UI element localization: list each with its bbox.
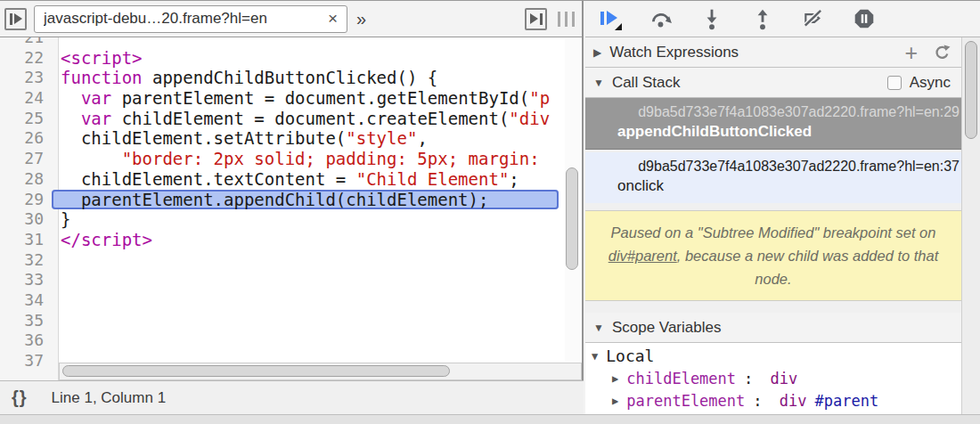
call-stack-frames: d9ba5d733e7f4a1083e307ad2220.frame?hl=en… [585,98,961,203]
chevron-right-icon[interactable]: ▶ [593,46,601,59]
chevron-right-icon[interactable]: ▶ [612,372,618,385]
tab-close-icon[interactable]: × [321,9,338,29]
execution-line[interactable]: parentElement.appendChild(childElement); [52,190,559,210]
scope-variable-row[interactable]: ▶parentElement: div#parent [585,389,961,412]
editor-vertical-scrollbar[interactable] [565,39,580,361]
code-line[interactable]: </script> [52,230,559,250]
sources-panel: javascript-debu…20.frame?hl=en × » 2122<… [0,1,584,414]
resume-button[interactable] [599,7,622,30]
step-over-button[interactable] [649,7,673,30]
deactivate-breakpoints-icon [802,7,825,30]
code-line[interactable] [52,311,559,331]
chevron-right-icon[interactable]: ▶ [612,395,618,407]
step-into-button[interactable] [700,7,723,30]
tabbar-right-controls [525,8,575,30]
code-line[interactable]: "border: 2px solid; padding: 5px; margin… [52,149,559,169]
splitter-drag-handle-icon[interactable] [558,12,575,27]
line-number[interactable]: 35 [0,311,52,331]
line-number[interactable]: 34 [0,290,52,311]
editor-row: 24 var parentElement = document.getEleme… [0,88,582,109]
deactivate-breakpoints-button[interactable] [802,7,825,30]
editor-row: 33 [0,270,582,290]
resume-dropdown-corner-icon [615,23,622,30]
code-line[interactable]: childElement.setAttribute("style", [52,128,559,149]
async-checkbox[interactable] [887,76,902,90]
line-number[interactable]: 22 [0,48,52,69]
line-number[interactable]: 21 [0,37,52,48]
code-line[interactable]: childElement.textContent = "Child Elemen… [52,169,559,190]
line-number[interactable]: 33 [0,270,52,290]
frame-url: d9ba5d733e7f4a1083e307ad2220.frame?hl=en… [585,159,961,175]
line-number[interactable]: 23 [0,68,52,88]
line-number[interactable]: 26 [0,128,52,149]
paused-message-text-after: , because a new child was added to that … [677,248,939,287]
sidebar-scrollbar[interactable] [961,37,980,414]
scope-section-row[interactable]: ▼Local [585,345,961,367]
pause-on-exceptions-button[interactable] [853,7,876,30]
editor-row: 28 childElement.textContent = "Child Ele… [0,169,582,190]
frame-url: d9ba5d733e7f4a1083e307ad2220.frame?hl=en… [585,104,961,120]
debugger-toolbar [585,1,980,37]
editor-row: 23function appendChildButtonClicked() { [0,68,582,88]
code-line[interactable]: var childElement = document.createElemen… [52,109,559,129]
scope-variable-row[interactable]: ▶childElement: div [585,367,961,389]
scope-section-label: Local [606,347,654,365]
variable-value: div [780,392,807,410]
editor-row: 35 [0,311,582,331]
line-number[interactable]: 36 [0,330,52,351]
source-file-tab[interactable]: javascript-debu…20.frame?hl=en × [34,5,347,33]
editor-row: 30} [0,209,582,230]
editor-horizontal-scrollbar-thumb[interactable] [62,365,450,377]
line-number[interactable]: 27 [0,149,52,169]
code-line[interactable] [52,290,559,311]
code-line[interactable] [52,330,559,351]
editor-vertical-scrollbar-thumb[interactable] [566,167,578,270]
step-out-button[interactable] [751,7,774,30]
scope-variables-title: Scope Variables [612,319,722,337]
sidebar-scrollbar-thumb[interactable] [965,41,977,139]
add-watch-icon[interactable]: + [904,44,918,61]
code-editor[interactable]: 2122<script>23function appendChildButton… [0,37,582,380]
tab-overflow-icon[interactable]: » [355,9,366,29]
editor-horizontal-scrollbar[interactable] [59,363,582,380]
line-number[interactable]: 25 [0,109,52,129]
line-number[interactable]: 30 [0,209,52,230]
line-number[interactable]: 32 [0,250,52,271]
paused-message-node-link[interactable]: div#parent [608,248,677,264]
editor-row: 36 [0,330,582,351]
code-line[interactable]: <script> [52,48,559,69]
window-bottom-edge [0,414,980,424]
line-number[interactable]: 28 [0,169,52,190]
line-number[interactable]: 24 [0,88,52,109]
line-number[interactable]: 29 [0,190,52,210]
watch-expressions-title: Watch Expressions [609,44,739,61]
step-into-icon [700,7,723,30]
code-line[interactable]: var parentElement = document.getElementB… [52,88,559,109]
chevron-down-icon[interactable]: ▼ [592,350,598,363]
paused-message: Paused on a "Subtree Modified" breakpoin… [585,210,961,301]
code-line[interactable] [52,250,559,271]
async-label: Async [910,74,951,92]
sidebar-bar-glyph [540,13,543,25]
line-number[interactable]: 31 [0,230,52,250]
code-line[interactable]: } [52,209,559,230]
editor-row: 31</script> [0,230,582,250]
call-stack-header[interactable]: ▼ Call Stack Async [585,68,961,98]
watch-controls: + [904,44,951,61]
call-stack-frame[interactable]: d9ba5d733e7f4a1083e307ad2220.frame?hl=en… [585,98,961,150]
line-number[interactable]: 37 [0,351,52,371]
pretty-print-icon[interactable]: {} [12,387,28,408]
call-stack-frame[interactable]: d9ba5d733e7f4a1083e307ad2220.frame?hl=en… [585,152,961,203]
watch-expressions-header[interactable]: ▶ Watch Expressions + [585,37,961,68]
show-sidebar-icon[interactable] [525,8,547,30]
scope-variables-header[interactable]: ▼ Scope Variables [585,313,961,343]
code-line[interactable] [52,270,559,290]
editor-statusbar: {} Line 1, Column 1 [0,380,584,414]
code-line[interactable]: function appendChildButtonClicked() { [52,68,559,88]
chevron-down-icon[interactable]: ▼ [593,77,604,89]
variable-colon: : [753,392,771,410]
show-navigator-icon[interactable] [4,8,27,30]
code-line[interactable] [52,37,559,48]
refresh-icon[interactable] [933,44,951,61]
chevron-down-icon[interactable]: ▼ [593,322,604,334]
